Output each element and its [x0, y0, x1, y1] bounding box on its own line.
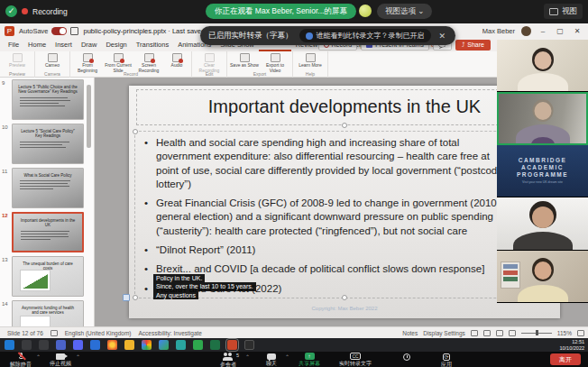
slide-thumbnail-11[interactable]: What is Social Care Policy: [12, 168, 84, 208]
firefox-app-icon[interactable]: [107, 340, 117, 350]
reactions-button[interactable]: [386, 352, 427, 361]
powerpoint-app-icon-active[interactable]: [227, 340, 237, 350]
clear-recording-button[interactable]: Clear Recording: [195, 52, 224, 74]
participant-video-2-active-speaker[interactable]: [497, 92, 588, 144]
content-placeholder[interactable]: Health and social care spending high and…: [134, 131, 555, 298]
acrobat-app-icon[interactable]: [244, 340, 254, 350]
account-name[interactable]: Max Beber: [482, 27, 515, 35]
thumbnail-scrollbar[interactable]: [87, 85, 91, 148]
participant-video-4[interactable]: [497, 197, 588, 250]
export-to-video-button[interactable]: Export to Video: [261, 52, 289, 74]
accessibility-checker[interactable]: Accessibility: Investigate: [138, 330, 201, 336]
language-indicator[interactable]: English (United Kingdom): [65, 330, 132, 336]
display-settings-button[interactable]: Display Settings: [423, 330, 465, 336]
chat-button[interactable]: 聊天 ⌃: [251, 352, 292, 367]
resize-handle[interactable]: [133, 295, 138, 300]
learn-more-button[interactable]: Learn More: [296, 52, 325, 69]
cambridge-line-1: CAMBRIDGE: [519, 157, 567, 163]
close-button[interactable]: ✕: [572, 27, 583, 35]
google-drive-app-icon[interactable]: [159, 340, 169, 350]
save-icon[interactable]: [70, 27, 78, 35]
apps-button[interactable]: ⟳ 应用: [426, 352, 467, 367]
from-current-slide-button[interactable]: From Current Slide: [104, 52, 133, 74]
stop-video-button[interactable]: 停止视频 ⌃: [40, 352, 81, 367]
current-slide[interactable]: Important developments in the UK Health …: [129, 86, 560, 318]
save-as-show-button[interactable]: Save as Show: [230, 52, 259, 74]
notes-icon[interactable]: [51, 330, 58, 336]
reading-view-icon[interactable]: [496, 330, 503, 336]
teams-app-icon[interactable]: [56, 340, 66, 350]
shared-app-icon: [359, 5, 372, 17]
participants-chevron-icon[interactable]: ⌃: [245, 353, 250, 360]
photos-app-icon[interactable]: [176, 340, 186, 350]
title-placeholder[interactable]: Important developments in the UK: [136, 89, 553, 125]
autosave-toggle[interactable]: [51, 27, 67, 35]
normal-view-icon[interactable]: [471, 330, 478, 336]
slide-thumbnail-14[interactable]: Asymmetric funding of health and care se…: [12, 300, 84, 326]
slide-thumbnail-9[interactable]: Lecture 5 "Public Choice and the New Gov…: [12, 79, 84, 120]
tab-draw[interactable]: Draw: [77, 39, 102, 51]
notes-toggle[interactable]: Notes: [402, 330, 418, 336]
live-caption-overlay: Policy in the UK. Since, over the last 1…: [153, 274, 256, 299]
tab-transitions[interactable]: Transitions: [132, 39, 173, 51]
slide-thumbnail-panel[interactable]: 9 Lecture 5 "Public Choice and the New G…: [0, 78, 95, 326]
cameo-button[interactable]: Cameo: [38, 52, 67, 69]
slide-thumbnail-13[interactable]: The unequal burden of care costs: [12, 256, 84, 297]
caption-line: Policy in the UK.: [153, 274, 205, 282]
tab-design[interactable]: Design: [101, 39, 131, 51]
file-explorer-icon[interactable]: [124, 340, 134, 350]
excel-app-icon[interactable]: [210, 340, 220, 350]
view-options-button[interactable]: 视图选项 ⌄: [377, 4, 432, 19]
task-view-icon[interactable]: [39, 340, 49, 350]
zoom-percentage[interactable]: 115%: [557, 330, 572, 336]
slide-number: 14: [2, 301, 8, 307]
tab-insert[interactable]: Insert: [51, 39, 77, 51]
resize-handle[interactable]: [133, 129, 138, 134]
onedrive-app-icon[interactable]: [90, 340, 100, 350]
group-label-export: Export: [227, 71, 292, 77]
slide-thumbnail-12-selected[interactable]: Important developments in the UK: [12, 212, 84, 252]
leave-meeting-button[interactable]: 离开: [550, 353, 581, 365]
start-button-icon[interactable]: [5, 340, 14, 350]
security-shield-icon[interactable]: ✓: [5, 5, 17, 17]
preview-button[interactable]: Preview: [3, 52, 32, 69]
share-button[interactable]: ⤴Share: [455, 40, 491, 50]
participant-video-3-cambridge-slide[interactable]: CAMBRIDGE ACADEMIC PROGRAMME Visit your …: [497, 145, 588, 197]
slide-thumbnail-10[interactable]: Lecture 5 "Social Care Policy" Key Readi…: [12, 124, 84, 164]
minimize-button[interactable]: –: [537, 27, 548, 35]
resize-handle[interactable]: [342, 123, 347, 128]
video-options-chevron-icon[interactable]: ⌃: [76, 353, 80, 360]
share-screen-button[interactable]: ↑ 共享屏幕: [289, 352, 330, 367]
live-transcript-button[interactable]: CC 实时转录文字: [330, 352, 381, 367]
toast-close-icon[interactable]: ✕: [437, 32, 448, 41]
thumbnail-chart: [20, 270, 51, 291]
taskbar-clock[interactable]: 12:51 10/10/2022: [559, 339, 584, 351]
account-avatar[interactable]: [521, 26, 531, 36]
participants-button[interactable]: 5 参会者 ⌃: [207, 352, 249, 367]
fit-to-window-icon[interactable]: [577, 330, 584, 336]
participant-video-1[interactable]: [497, 40, 588, 92]
transcript-toast: 已启用实时转录（字幕） 谁能看到此转录文字？录制已开启 ✕: [200, 26, 455, 45]
autofit-options-button[interactable]: [123, 294, 130, 301]
tab-home[interactable]: Home: [23, 39, 51, 51]
tab-file[interactable]: File: [4, 39, 23, 51]
unmute-button[interactable]: 解除静音 ⌃: [0, 352, 41, 367]
transcript-question-chip[interactable]: 谁能看到此转录文字？录制已开启: [299, 29, 431, 42]
slideshow-view-icon[interactable]: [509, 330, 516, 336]
person-icon: [306, 32, 313, 40]
chrome-app-icon[interactable]: [142, 340, 152, 350]
screen-recording-button[interactable]: Screen Recording: [134, 52, 163, 74]
wechat-app-icon[interactable]: [193, 340, 203, 350]
maximize-button[interactable]: ▢: [555, 27, 565, 35]
from-beginning-button[interactable]: From Beginning: [73, 52, 102, 74]
search-icon[interactable]: [22, 340, 32, 350]
gallery-view-button[interactable]: 视图: [544, 4, 583, 19]
audio-button[interactable]: Audio: [165, 52, 188, 74]
slide-indicator: Slide 12 of 76: [7, 330, 43, 336]
slide-sorter-view-icon[interactable]: [483, 330, 491, 336]
discord-app-icon[interactable]: [73, 340, 83, 350]
camera-icon: [56, 353, 65, 360]
zoom-top-bar: ✓ Recording 你正在观看 Max Beber, Senior...的屏…: [0, 0, 588, 23]
participant-video-5[interactable]: [497, 251, 588, 303]
zoom-slider[interactable]: [521, 333, 552, 334]
